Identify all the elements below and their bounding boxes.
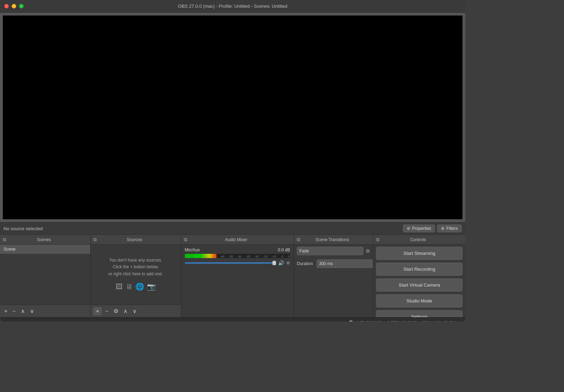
meter-bar (185, 254, 216, 258)
audio-meter: -60 -55 -50 -45 -40 -35 -30 -25 -20 -15 … (185, 254, 290, 258)
transitions-content: Fade ⚙ Duration ▲ ▼ (294, 245, 373, 317)
scenes-footer: + − ∧ ∨ (0, 305, 90, 317)
audio-mixer-panel: ⧉ Audio Mixer Mic/Aux 0.0 dB -60 -55 -50… (181, 235, 294, 317)
transitions-panel-header: ⧉ Scene Transitions (294, 235, 373, 245)
scene-add-button[interactable]: + (3, 308, 9, 315)
source-add-button[interactable]: + (93, 307, 102, 315)
bottom-panels: ⧉ Scenes Scene + − ∧ ∨ ⧉ Sources You don… (0, 235, 465, 317)
scene-remove-button[interactable]: − (11, 308, 17, 315)
browser-source-icon: 🌐 (135, 281, 144, 292)
source-bar: No source selected ⚙ Properties ⚙ Filter… (0, 222, 465, 235)
scenes-panel: ⧉ Scenes Scene + − ∧ ∨ (0, 235, 91, 317)
sources-undock-icon[interactable]: ⧉ (93, 237, 97, 243)
scenes-panel-header: ⧉ Scenes (0, 235, 90, 245)
window-title: OBS 27.0.0 (mac) - Profile: Untitled - S… (178, 4, 287, 9)
source-down-button[interactable]: ∨ (131, 308, 138, 315)
controls-content: Start Streaming Start Recording Start Vi… (373, 245, 465, 317)
scene-down-button[interactable]: ∨ (29, 308, 36, 315)
no-source-label: No source selected (4, 226, 401, 231)
audio-controls: 🔊 ⚙ (185, 260, 290, 266)
controls-list: Start Streaming Start Recording Start Vi… (373, 245, 465, 317)
transitions-undock-icon[interactable]: ⧉ (297, 237, 300, 243)
transition-type-row: Fade ⚙ (294, 245, 373, 257)
volume-slider[interactable] (185, 262, 276, 264)
scene-transitions-panel: ⧉ Scene Transitions Fade ⚙ Duration ▲ ▼ (294, 235, 373, 317)
transition-settings-button[interactable]: ⚙ (366, 248, 370, 254)
scenes-undock-icon[interactable]: ⧉ (3, 237, 6, 243)
audio-channel-header: Mic/Aux 0.0 dB (185, 247, 290, 252)
filters-button[interactable]: ⚙ Filters (437, 225, 462, 232)
camera-source-icon: 📷 (147, 281, 156, 292)
duration-label: Duration (297, 261, 314, 266)
start-recording-button[interactable]: Start Recording (376, 263, 462, 276)
window-controls (4, 4, 24, 8)
duration-row: Duration ▲ ▼ (294, 257, 373, 270)
scenes-content: Scene (0, 245, 90, 305)
live-status: 🔘 LIVE: 00:00:00 (349, 320, 381, 321)
audio-settings-icon[interactable]: ⚙ (286, 261, 290, 265)
rec-dot-icon (387, 321, 390, 322)
start-streaming-button[interactable]: Start Streaming (376, 247, 462, 260)
properties-button[interactable]: ⚙ Properties (403, 225, 435, 232)
source-up-button[interactable]: ∧ (122, 308, 129, 315)
audio-undock-icon[interactable]: ⧉ (184, 237, 187, 243)
source-settings-button[interactable]: ⚙ (112, 308, 120, 315)
image-source-icon: 🖼 (116, 281, 123, 292)
sources-panel: ⧉ Sources You don't have any sources. Cl… (91, 235, 181, 317)
sources-type-icons: 🖼 🖥 🌐 📷 (116, 281, 156, 292)
minimize-button[interactable] (12, 4, 16, 8)
live-indicator-icon: 🔘 (349, 320, 354, 321)
audio-panel-header: ⧉ Audio Mixer (181, 235, 294, 245)
preview-wrapper (0, 13, 465, 222)
sources-panel-header: ⧉ Sources (91, 235, 181, 245)
rec-time: 00:00:00 (401, 320, 417, 322)
controls-panel-header: ⧉ Controls (373, 235, 465, 245)
scene-up-button[interactable]: ∧ (19, 308, 26, 315)
audio-channel-mic: Mic/Aux 0.0 dB -60 -55 -50 -45 -40 -35 -… (181, 245, 294, 269)
start-virtual-camera-button[interactable]: Start Virtual Camera (376, 278, 462, 292)
settings-button[interactable]: Settings (376, 310, 462, 317)
controls-undock-icon[interactable]: ⧉ (376, 237, 379, 243)
titlebar: OBS 27.0.0 (mac) - Profile: Untitled - S… (0, 0, 465, 13)
statusbar: 🔘 LIVE: 00:00:00 REC: 00:00:00 CPU: 1.9%… (0, 317, 465, 321)
studio-mode-button[interactable]: Studio Mode (376, 294, 462, 307)
sources-footer: + − ⚙ ∧ ∨ (91, 305, 181, 317)
live-time: 00:00:00 (366, 320, 381, 322)
cpu-fps-status: CPU: 1.9%, 30.00 fps (422, 320, 460, 322)
preview-canvas (3, 16, 462, 219)
sources-content[interactable]: You don't have any sources. Click the + … (91, 245, 181, 305)
duration-input[interactable] (317, 259, 373, 268)
rec-status: REC: 00:00:00 (387, 320, 417, 322)
volume-thumb (272, 261, 276, 265)
channel-db: 0.0 dB (278, 247, 290, 252)
cpu-fps-label: CPU: 1.9%, 30.00 fps (422, 320, 460, 322)
display-source-icon: 🖥 (125, 281, 133, 292)
maximize-button[interactable] (19, 4, 24, 8)
mute-icon[interactable]: 🔊 (278, 260, 284, 266)
source-remove-button[interactable]: − (104, 308, 110, 315)
close-button[interactable] (4, 4, 9, 8)
audio-content: Mic/Aux 0.0 dB -60 -55 -50 -45 -40 -35 -… (181, 245, 294, 317)
scene-item[interactable]: Scene (0, 245, 90, 254)
gear-icon: ⚙ (407, 226, 410, 231)
live-label: LIVE: (355, 320, 364, 322)
transition-type-select[interactable]: Fade (297, 247, 363, 255)
sources-empty-state: You don't have any sources. Click the + … (91, 245, 181, 305)
rec-label: REC: (391, 320, 400, 322)
controls-panel: ⧉ Controls Start Streaming Start Recordi… (373, 235, 465, 317)
channel-name: Mic/Aux (185, 247, 200, 252)
filter-icon: ⚙ (441, 226, 445, 231)
